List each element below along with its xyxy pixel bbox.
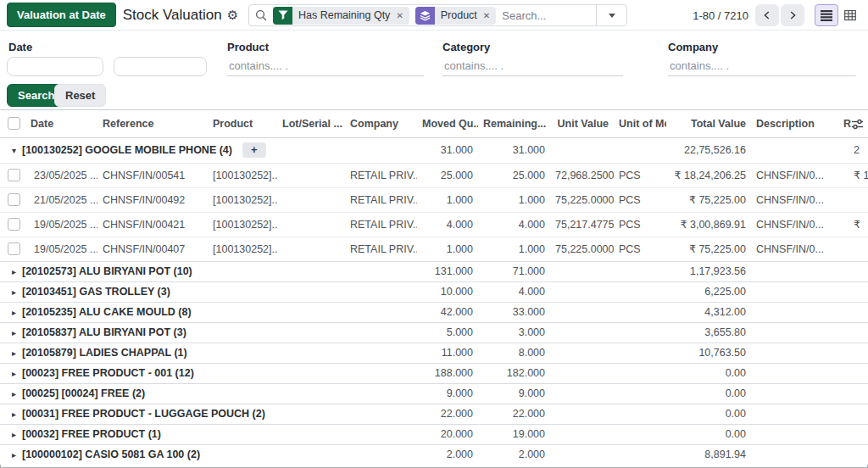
group-row[interactable]: ▾[100130252] GOOGLE MOBILE PHONE (4)+31.… [0,137,868,163]
row-checkbox[interactable] [8,169,20,181]
product-filter-input[interactable] [227,58,424,76]
cell-description [751,281,832,302]
group-row[interactable]: ▸[20103451] GAS TROLLEY (3)10.0004.0006,… [0,281,868,302]
caret-right-icon[interactable]: ▸ [12,308,22,317]
row-checkbox[interactable] [8,193,20,206]
group-row[interactable]: ▸[00031] FREE PRODUCT - LUGGAGE POUCH (2… [0,404,868,424]
cell-unit [550,281,614,302]
stock-valuation-screen: Valuation at Date Stock Valuation ⚙ Has … [0,0,868,468]
table-row[interactable]: 19/05/2025 ...CHNSF/IN/00421[100130252].… [0,212,868,237]
cell-description: CHNSF/IN/0... [751,187,832,212]
cell-total: 0.00 [666,404,751,424]
cell-remaining_value [832,404,868,424]
row-checkbox[interactable] [8,242,20,255]
cell-description [751,322,832,343]
cell-unit [550,261,614,281]
group-row[interactable]: ▸[00023] FREE PRODUCT - 001 (12)188.0001… [0,363,868,383]
cell-remaining: 71.000 [478,261,550,281]
cell-remaining_value [832,187,868,212]
caret-right-icon[interactable]: ▸ [12,410,22,419]
cell-remaining_value: 2 [832,137,868,163]
cell-uom [614,261,666,281]
cell-moved: 188.000 [417,363,478,383]
cell-description: CHNSF/IN/0... [751,237,832,261]
view-switcher [815,4,862,26]
group-row[interactable]: ▸[20105235] ALU CAKE MOULD (8)42.00033.0… [0,302,868,322]
add-record-button[interactable]: + [242,142,266,158]
group-label: [20105837] ALU BIRYANI POT (3) [22,326,186,338]
cell-total: 8,891.94 [666,444,751,465]
facet-close-icon[interactable]: ✕ [396,11,409,20]
category-filter-input[interactable] [442,58,623,76]
column-header-moved[interactable]: Moved Qu... [417,110,478,137]
caret-right-icon[interactable]: ▸ [12,369,22,378]
group-row[interactable]: ▸[20105837] ALU BIRYANI POT (3)5.0003.00… [0,322,868,343]
caret-right-icon[interactable]: ▸ [12,348,22,358]
column-header-uom[interactable]: Unit of Meas... [614,110,666,137]
group-label: [20102573] ALU BIRYANI POT (10) [22,265,192,277]
facet-close-icon[interactable]: ✕ [483,11,496,20]
cell-total: 1,17,923.56 [666,261,751,281]
cell-total: 6,225.00 [666,281,751,302]
cell-description [751,363,832,383]
column-header-product[interactable]: Product [208,110,277,137]
cell-remaining_value [832,343,868,363]
row-checkbox[interactable] [8,218,20,231]
pager-next-button[interactable] [781,4,804,26]
cell-description [751,137,832,163]
column-header-lot[interactable]: Lot/Serial ... [277,110,345,137]
pivot-view-button[interactable] [838,4,862,26]
table-row[interactable]: 19/05/2025 ...CHNSF/IN/00407[100130252].… [0,237,868,261]
cell-remaining: 33.000 [478,302,550,322]
groupby-facet[interactable]: Product ✕ [415,7,496,25]
select-all-checkbox[interactable] [8,117,20,130]
filter-facet[interactable]: Has Remaining Qty ✕ [273,7,409,25]
caret-down-icon[interactable]: ▾ [12,146,22,155]
caret-right-icon[interactable]: ▸ [12,450,22,460]
pager-previous-button[interactable] [755,4,779,26]
cell-description: CHNSF/IN/0... [751,163,832,187]
column-header-total[interactable]: Total Value [666,110,751,137]
valuation-at-date-button[interactable]: Valuation at Date [7,3,116,27]
group-row[interactable]: ▸[100000102] CASIO 5081 GA 100 (2)2.0002… [0,444,868,465]
gear-icon[interactable]: ⚙ [227,8,238,21]
table-row[interactable]: 21/05/2025 ...CHNSF/IN/00492[100130252].… [0,187,868,212]
filter-icon [273,7,292,25]
caret-right-icon[interactable]: ▸ [12,287,22,297]
list-view-button[interactable] [815,4,838,26]
cell-remaining: 4.000 [478,281,550,302]
caret-right-icon[interactable]: ▸ [12,328,22,337]
date-from-input[interactable] [7,57,103,76]
reset-button[interactable]: Reset [54,84,106,107]
group-label: [00023] FREE PRODUCT - 001 (12) [22,367,194,379]
caret-right-icon[interactable]: ▸ [12,267,22,276]
column-header-date[interactable]: Date [25,110,97,137]
column-header-remaining[interactable]: Remaining... [478,110,550,137]
cell-remaining_value [832,302,868,322]
search-dropdown-toggle[interactable] [596,5,626,25]
cell-select [0,212,25,237]
caret-right-icon[interactable]: ▸ [12,430,22,439]
company-filter-input[interactable] [668,58,856,76]
cell-description: CHNSF/IN/0... [751,212,832,237]
group-row[interactable]: ▸[20102573] ALU BIRYANI POT (10)131.0007… [0,261,868,281]
search-input[interactable] [502,9,596,22]
group-row[interactable]: ▸[20105879] LADIES CHAPPAL (1)11.0008.00… [0,343,868,363]
column-header-reference[interactable]: Reference [97,110,208,137]
group-row[interactable]: ▸[00032] FREE PRODUCT (1)20.00019.0000.0… [0,424,868,444]
cell-select [0,187,25,212]
column-header-description[interactable]: Description [751,110,832,137]
caret-right-icon[interactable]: ▸ [12,389,22,398]
table-row[interactable]: 23/05/2025 ...CHNSF/IN/00541[100130252].… [0,163,868,187]
cell-company: RETAIL PRIV... [345,163,417,187]
select-all-header [0,110,25,137]
column-header-company[interactable]: Company [345,110,417,137]
cell-uom [614,343,666,363]
optional-columns-icon[interactable] [851,118,864,131]
column-header-unit[interactable]: Unit Value [550,110,614,137]
date-to-input[interactable] [114,57,207,76]
group-label: [20105879] LADIES CHAPPAL (1) [22,347,187,359]
group-row[interactable]: ▸[00025] [00024] FREE (2)9.0009.0000.00 [0,383,868,404]
pivot-table-icon [844,9,856,21]
cell-remaining: 31.000 [478,137,550,163]
